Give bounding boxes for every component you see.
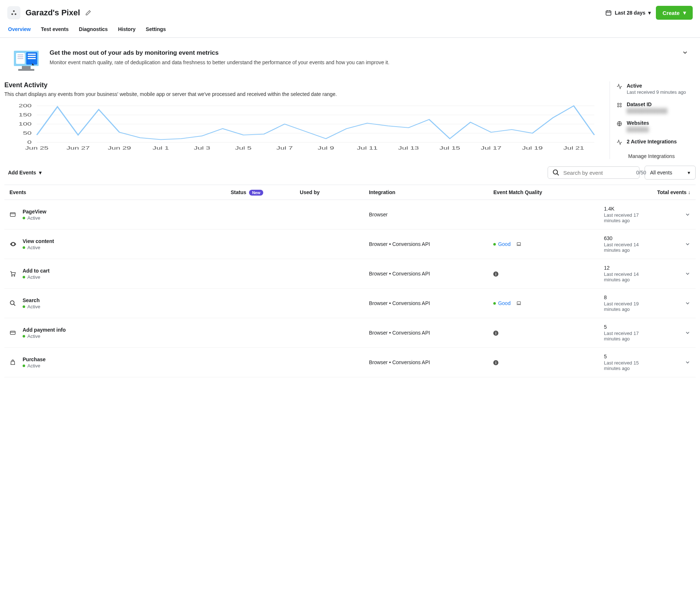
pixel-icon <box>7 6 20 19</box>
total-events-sub: Last received 19 minutes ago <box>604 301 648 312</box>
row-expand-chevron[interactable] <box>685 241 691 247</box>
eye-icon <box>9 240 17 248</box>
side-websites: Websites ██████ <box>617 120 693 132</box>
cart-icon <box>9 270 17 277</box>
col-total[interactable]: Total events ↓ <box>599 185 696 200</box>
integration-cell: Browser • Conversions API <box>364 348 488 377</box>
event-name: View content <box>23 238 54 244</box>
status-dot-icon <box>23 365 25 367</box>
svg-text:Jul 19: Jul 19 <box>522 146 543 151</box>
svg-line-53 <box>13 304 15 306</box>
svg-rect-14 <box>18 69 34 71</box>
svg-text:0: 0 <box>27 140 32 145</box>
status-dot-icon <box>23 276 25 278</box>
event-activity-chart: 050100150200Jun 25Jun 27Jun 29Jul 1Jul 3… <box>4 104 601 151</box>
table-row[interactable]: View contentActiveBrowser • Conversions … <box>4 230 696 259</box>
tab-settings[interactable]: Settings <box>146 26 166 37</box>
integration-cell: Browser • Conversions API <box>364 259 488 289</box>
laptop-icon <box>516 242 521 247</box>
table-row[interactable]: PurchaseActiveBrowser • Conversions APIi… <box>4 348 696 377</box>
content: Event Activity This chart displays any e… <box>0 71 700 159</box>
search-icon <box>552 169 560 176</box>
table-row[interactable]: Add to cartActiveBrowser • Conversions A… <box>4 259 696 289</box>
window-icon <box>9 211 17 218</box>
status-dot-icon <box>493 243 496 246</box>
side-active-label: Active <box>627 83 686 89</box>
svg-text:Jul 5: Jul 5 <box>235 146 252 151</box>
event-status: Active <box>23 333 66 339</box>
tab-test-events[interactable]: Test events <box>41 26 69 37</box>
svg-text:Jul 3: Jul 3 <box>194 146 210 151</box>
date-range-picker[interactable]: Last 28 days ▾ <box>605 9 651 16</box>
svg-text:Jun 27: Jun 27 <box>66 146 90 151</box>
svg-point-45 <box>553 170 558 174</box>
banner-subtitle: Monitor event match quality, rate of ded… <box>50 59 669 65</box>
svg-rect-11 <box>18 56 23 57</box>
quality-cell: i <box>488 348 599 377</box>
page-title: Garazd's Pixel <box>26 8 80 18</box>
sort-desc-icon: ↓ <box>688 189 691 195</box>
controls-right: 0/50 All events ▾ <box>548 166 696 180</box>
row-expand-chevron[interactable] <box>685 300 691 306</box>
row-expand-chevron[interactable] <box>685 212 691 217</box>
quality-cell <box>488 200 599 230</box>
event-status: Active <box>23 274 50 280</box>
col-integration: Integration <box>364 185 488 200</box>
svg-text:Jul 1: Jul 1 <box>152 146 169 151</box>
banner-expand-chevron[interactable] <box>682 49 688 56</box>
svg-text:100: 100 <box>19 122 32 127</box>
edit-icon[interactable] <box>85 10 91 16</box>
svg-rect-47 <box>10 213 15 217</box>
table-row[interactable]: Add payment infoActiveBrowser • Conversi… <box>4 318 696 348</box>
quality-good-link[interactable]: Good <box>498 300 510 306</box>
side-websites-value: ██████ <box>627 127 649 132</box>
filter-select[interactable]: All events ▾ <box>645 166 696 180</box>
svg-rect-55 <box>10 331 15 335</box>
svg-rect-9 <box>28 58 36 59</box>
event-name: Add to cart <box>23 268 50 274</box>
table-controls: Add Events ▾ 0/50 All events ▾ <box>0 159 700 185</box>
svg-text:Jul 17: Jul 17 <box>481 146 502 151</box>
chevron-down-icon: ▾ <box>648 10 651 16</box>
total-events-sub: Last received 17 minutes ago <box>604 212 648 223</box>
tab-overview[interactable]: Overview <box>8 26 31 37</box>
svg-text:Jun 25: Jun 25 <box>25 146 48 151</box>
svg-point-42 <box>618 105 619 107</box>
table-row[interactable]: PageViewActiveBrowser1.4KLast received 1… <box>4 200 696 230</box>
quality-good-link[interactable]: Good <box>498 241 510 247</box>
search-box[interactable]: 0/50 <box>548 166 639 179</box>
search-icon <box>9 300 17 306</box>
svg-point-43 <box>620 105 621 107</box>
dataset-icon <box>617 101 623 108</box>
event-name: Purchase <box>23 356 46 362</box>
manage-integrations-link[interactable]: Manage Integrations <box>628 152 693 159</box>
svg-point-50 <box>12 275 12 276</box>
table-row[interactable]: SearchActiveBrowser • Conversions API Go… <box>4 289 696 318</box>
info-icon[interactable]: i <box>493 360 498 365</box>
total-events-sub: Last received 17 minutes ago <box>604 331 648 342</box>
add-events-dropdown[interactable]: Add Events ▾ <box>8 170 42 176</box>
svg-text:Jul 11: Jul 11 <box>357 146 378 151</box>
info-icon[interactable]: i <box>493 331 498 336</box>
svg-text:50: 50 <box>23 131 32 136</box>
chevron-down-icon: ▾ <box>688 170 690 176</box>
tabs: Overview Test events Diagnostics History… <box>0 20 700 38</box>
header-left: Garazd's Pixel <box>7 6 91 19</box>
svg-text:Jul 9: Jul 9 <box>318 146 334 151</box>
side-dataset-value: ███████████ <box>627 108 668 113</box>
row-expand-chevron[interactable] <box>685 330 691 336</box>
row-expand-chevron[interactable] <box>685 271 691 277</box>
total-events-value: 5 <box>604 354 648 359</box>
svg-text:200: 200 <box>19 104 32 108</box>
col-used-by: Used by <box>295 185 364 200</box>
tab-diagnostics[interactable]: Diagnostics <box>79 26 108 37</box>
info-icon[interactable]: i <box>493 271 498 277</box>
row-expand-chevron[interactable] <box>685 359 691 365</box>
banner-body: Get the most out of your ads by monitori… <box>50 49 669 65</box>
total-events-sub: Last received 14 minutes ago <box>604 271 648 282</box>
create-button[interactable]: Create ▾ <box>656 6 693 20</box>
events-table: Events Status New Used by Integration Ev… <box>4 185 696 377</box>
tab-history[interactable]: History <box>118 26 136 37</box>
search-input[interactable] <box>563 169 633 176</box>
svg-rect-7 <box>28 54 36 55</box>
